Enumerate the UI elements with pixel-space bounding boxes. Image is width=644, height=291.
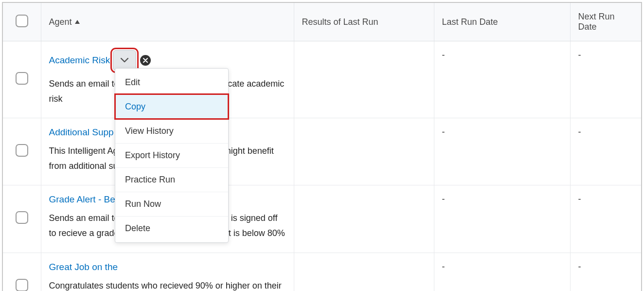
header-next-run-label: Next Run Date [578,12,615,32]
chevron-down-icon [121,58,128,63]
header-last-run[interactable]: Last Run Date [434,3,570,41]
agent-link[interactable]: Great Job on the [49,262,118,273]
header-last-run-label: Last Run Date [442,17,498,27]
header-results-label: Results of Last Run [302,17,378,27]
agent-cell: Great Job on the Congratulates students … [41,253,294,291]
agent-link[interactable]: Grade Alert - Be [49,194,115,205]
row-checkbox-cell [3,41,41,118]
menu-item-practice-run[interactable]: Practice Run [115,167,228,192]
header-results[interactable]: Results of Last Run [294,3,434,41]
table-row: Grade Alert - Be Sends an email to stude… [3,185,641,253]
row-checkbox[interactable] [16,144,28,157]
last-run-cell: - [434,41,570,118]
results-cell [294,41,434,118]
header-agent[interactable]: Agent [41,3,294,41]
row-checkbox[interactable] [16,211,28,224]
row-checkbox-cell [3,118,41,185]
row-checkbox[interactable] [16,72,28,85]
results-cell [294,118,434,185]
menu-item-view-history[interactable]: View History [115,119,228,143]
last-run-cell: - [434,253,570,291]
header-checkbox-cell [3,3,41,41]
row-checkbox[interactable] [16,279,28,291]
agent-link[interactable]: Academic Risk [49,55,110,66]
next-run-cell: - [570,253,641,291]
sort-by-agent[interactable]: Agent [49,17,80,27]
agent-description: Congratulates students who recieved 90% … [49,278,286,291]
table-row: Great Job on the Congratulates students … [3,253,641,291]
sort-ascending-icon [75,20,80,24]
header-next-run[interactable]: Next Run Date [570,3,641,41]
row-actions-menu: Edit Copy View History Export History Pr… [115,68,229,243]
last-run-cell: - [434,118,570,185]
row-checkbox-cell [3,253,41,291]
results-cell [294,253,434,291]
next-run-cell: - [570,41,641,118]
next-run-cell: - [570,185,641,253]
select-all-checkbox[interactable] [16,15,28,27]
results-cell [294,185,434,253]
menu-item-delete[interactable]: Delete [115,216,228,240]
agent-link[interactable]: Additional Supp [49,127,114,138]
table-row: Additional Supp This Intelligent Agent i… [3,118,641,185]
table-row: Academic Risk Sends an email to the stud… [3,41,641,118]
agents-table: Agent Results of Last Run Last Run Date … [3,3,641,291]
menu-item-copy[interactable]: Copy [115,94,228,119]
row-checkbox-cell [3,185,41,253]
next-run-cell: - [570,118,641,185]
menu-item-run-now[interactable]: Run Now [115,192,228,216]
menu-item-export-history[interactable]: Export History [115,143,228,167]
header-agent-label: Agent [49,17,72,27]
row-actions-button[interactable] [113,50,136,71]
disabled-indicator-icon [140,55,151,66]
agents-table-container: Agent Results of Last Run Last Run Date … [2,2,642,291]
last-run-cell: - [434,185,570,253]
menu-item-edit[interactable]: Edit [115,71,228,94]
